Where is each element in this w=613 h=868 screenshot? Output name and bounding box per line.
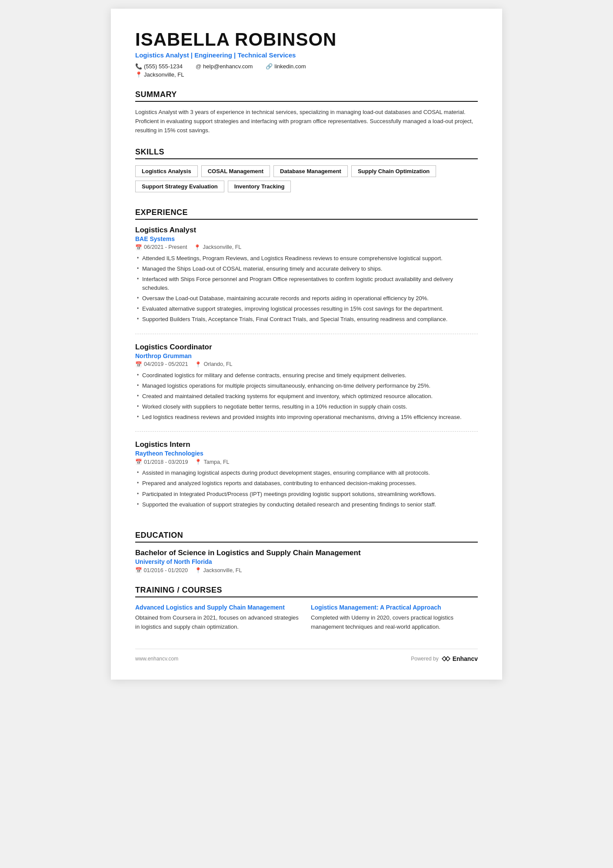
calendar-icon-1: 📅 [135,244,142,251]
skill-tag: Logistics Analysis [135,165,198,177]
bullet-item: Oversaw the Load-out Database, maintaini… [135,294,478,303]
skill-tag: Database Management [273,165,348,177]
training-item-2: Logistics Management: A Practical Approa… [311,603,478,631]
linkedin-contact[interactable]: 🔗 linkedin.com [266,63,306,70]
company-name-3: Raytheon Technologies [135,450,478,457]
phone-icon: 📞 [135,63,142,70]
job-dates-1: 📅 06/2021 - Present [135,244,187,251]
edu-dates: 📅 01/2016 - 01/2020 [135,567,188,573]
enhancv-brand-name: Enhancv [453,655,478,662]
bullet-item: Managed the Ships Load-out of COSAL mate… [135,265,478,273]
enhancv-symbol-icon [441,656,451,662]
job-title-3: Logistics Intern [135,440,478,449]
job-title-2: Logistics Coordinator [135,343,478,352]
location-icon-1: 📍 [194,244,201,251]
school-name: University of North Florida [135,558,478,565]
company-name-1: BAE Systems [135,235,478,242]
job-bullets-2: Coordinated logistics for military and d… [135,371,478,422]
training-title-1: Advanced Logistics and Supply Chain Mana… [135,603,302,612]
footer-url: www.enhancv.com [135,656,178,662]
bullet-item: Interfaced with Ships Force personnel an… [135,275,478,292]
experience-title: EXPERIENCE [135,208,478,220]
resume-footer: www.enhancv.com Powered by Enhancv [135,649,478,662]
phone-number: (555) 555-1234 [144,63,183,70]
bullet-item: Created and maintained detailed tracking… [135,392,478,401]
email-contact: @ help@enhancv.com [196,63,253,70]
bullet-item: Managed logistics operations for multipl… [135,382,478,390]
job-block-1: Logistics Analyst BAE Systems 📅 06/2021 … [135,226,478,334]
job-dates-3: 📅 01/2018 - 03/2019 [135,459,188,465]
edu-meta: 📅 01/2016 - 01/2020 📍 Jacksonville, FL [135,567,478,573]
bullet-item: Supported Builders Trials, Acceptance Tr… [135,315,478,324]
skill-tag: COSAL Management [201,165,270,177]
bullet-item: Attended ILS Meetings, Program Reviews, … [135,254,478,263]
training-text-1: Obtained from Coursera in 2021, focuses … [135,613,302,631]
email-icon: @ [196,63,201,70]
email-address: help@enhancv.com [203,63,253,70]
bullet-item: Supported the evaluation of support stra… [135,500,478,509]
bullet-item: Coordinated logistics for military and d… [135,371,478,380]
bullet-item: Participated in Integrated Product/Proce… [135,490,478,499]
location-contact: 📍 Jacksonville, FL [135,71,478,78]
education-title: EDUCATION [135,531,478,543]
job-block-2: Logistics Coordinator Northrop Grumman 📅… [135,343,478,432]
job-location-2: 📍 Orlando, FL [195,361,232,368]
company-name-2: Northrop Grumman [135,352,478,359]
summary-section: SUMMARY Logistics Analyst with 3 years o… [135,90,478,135]
job-block-3: Logistics Intern Raytheon Technologies 📅… [135,440,478,519]
contact-row: 📞 (555) 555-1234 @ help@enhancv.com 🔗 li… [135,63,478,70]
resume-header: ISABELLA ROBINSON Logistics Analyst | En… [135,30,478,78]
experience-section: EXPERIENCE Logistics Analyst BAE Systems… [135,208,478,519]
job-bullets-1: Attended ILS Meetings, Program Reviews, … [135,254,478,324]
training-title-2: Logistics Management: A Practical Approa… [311,603,478,612]
training-grid: Advanced Logistics and Supply Chain Mana… [135,603,478,631]
enhancv-logo: Enhancv [441,655,478,662]
skill-tag: Support Strategy Evaluation [135,181,224,192]
skill-tag: Supply Chain Optimization [351,165,436,177]
job-location-3: 📍 Tampa, FL [195,459,229,465]
calendar-icon-edu: 📅 [135,567,142,573]
location-icon: 📍 [135,71,142,78]
summary-text: Logistics Analyst with 3 years of experi… [135,108,478,135]
footer-powered-by: Powered by Enhancv [411,655,478,662]
powered-by-label: Powered by [411,656,438,662]
training-text-2: Completed with Udemy in 2020, covers pra… [311,613,478,631]
location-icon-2: 📍 [195,361,202,368]
skills-section: SKILLS Logistics Analysis COSAL Manageme… [135,147,478,196]
bullet-item: Led logistics readiness reviews and prov… [135,413,478,422]
skills-grid: Logistics Analysis COSAL Management Data… [135,165,478,196]
calendar-icon-2: 📅 [135,361,142,368]
degree-name: Bachelor of Science in Logistics and Sup… [135,549,478,557]
job-meta-3: 📅 01/2018 - 03/2019 📍 Tampa, FL [135,459,478,465]
candidate-name: ISABELLA ROBINSON [135,30,478,50]
skills-title: SKILLS [135,147,478,159]
bullet-item: Assisted in managing logistical aspects … [135,469,478,477]
job-bullets-3: Assisted in managing logistical aspects … [135,469,478,509]
calendar-icon-3: 📅 [135,459,142,465]
training-item-1: Advanced Logistics and Supply Chain Mana… [135,603,302,631]
skill-tag: Inventory Tracking [228,181,291,192]
location-text: Jacksonville, FL [144,71,184,78]
job-meta-1: 📅 06/2021 - Present 📍 Jacksonville, FL [135,244,478,251]
resume-container: ISABELLA ROBINSON Logistics Analyst | En… [111,9,502,680]
bullet-item: Evaluated alternative support strategies… [135,305,478,313]
training-section: TRAINING / COURSES Advanced Logistics an… [135,586,478,631]
location-icon-edu: 📍 [195,567,202,573]
location-icon-3: 📍 [195,459,202,465]
linkedin-url: linkedin.com [274,63,306,70]
job-title-1: Logistics Analyst [135,226,478,235]
phone-contact: 📞 (555) 555-1234 [135,63,183,70]
job-location-1: 📍 Jacksonville, FL [194,244,241,251]
bullet-item: Prepared and analyzed logistics reports … [135,479,478,488]
job-meta-2: 📅 04/2019 - 05/2021 📍 Orlando, FL [135,361,478,368]
job-dates-2: 📅 04/2019 - 05/2021 [135,361,188,368]
summary-title: SUMMARY [135,90,478,102]
edu-location: 📍 Jacksonville, FL [195,567,242,573]
education-section: EDUCATION Bachelor of Science in Logisti… [135,531,478,573]
link-icon: 🔗 [266,63,273,70]
candidate-title: Logistics Analyst | Engineering | Techni… [135,51,478,59]
training-title: TRAINING / COURSES [135,586,478,597]
bullet-item: Worked closely with suppliers to negotia… [135,402,478,411]
